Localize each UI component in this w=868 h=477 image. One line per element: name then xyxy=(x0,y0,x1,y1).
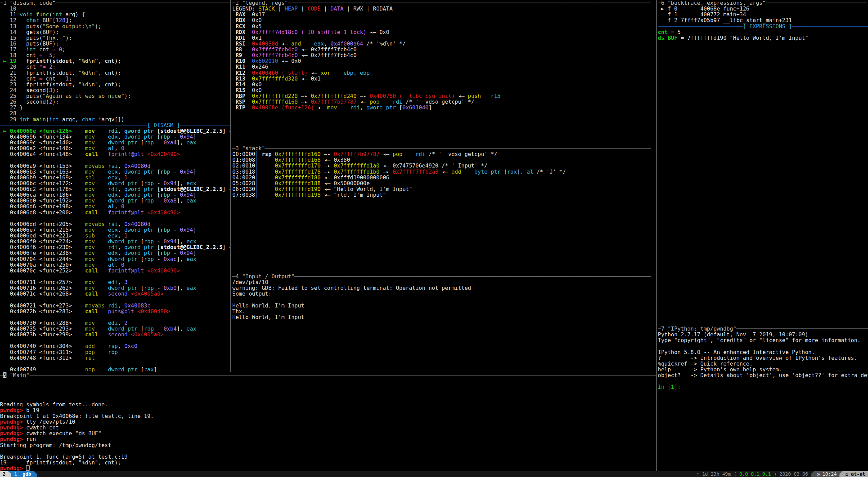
terminal-row: ? -> Introduction and overview of IPytho… xyxy=(658,355,868,361)
terminal-row xyxy=(0,378,656,384)
terminal-row: 0x400747 <func+311> pop rbp xyxy=(0,349,230,355)
terminal-row: ──────────────────────────[ EXPRESSIONS … xyxy=(658,23,868,29)
load-average: 0.0 0.1 0.1 xyxy=(739,471,771,477)
terminal-row xyxy=(0,314,230,320)
terminal-row: 0x40069c <func+140> mov dword ptr [rbp -… xyxy=(0,140,230,145)
terminal-row: ─6 "backtrace, expressions, args"───────… xyxy=(658,0,868,6)
terminal-row: 0x40072b <func+283> call puts@plt <0x400… xyxy=(0,308,230,314)
terminal-row: 0x4006ca <func+186> mov edx, dword ptr [… xyxy=(0,192,230,198)
load-bracket-open: ⟨ xyxy=(734,471,739,477)
tmux-session-name[interactable]: 2 xyxy=(0,471,8,477)
terminal-row: 0x400716 <func+262> mov dword ptr [rbp -… xyxy=(0,285,230,291)
pane-ipython[interactable]: ─7 "IPython: tmp/pwndbg"────────────────… xyxy=(658,326,868,471)
terminal-row: 06:0030│ 0x7fffffffd190 ◂— "Hello World,… xyxy=(232,186,656,192)
terminal-row: 0x4006b3 <func+163> mov ecx, dword ptr [… xyxy=(0,169,230,175)
terminal-row: 03:0018│ 0x7fffffffd178 —▸ 0x7fffffffd1b… xyxy=(232,169,656,175)
terminal-row: f 1 400772 main+34 xyxy=(658,12,868,17)
terminal-row xyxy=(0,448,656,454)
terminal-row: RSI 0x40080d ◂— and eax, 0x4f000a64 /* '… xyxy=(232,41,656,47)
terminal-row: 07:0038│ 0x7fffffffd198 ◂— "rld, I'm Inp… xyxy=(232,192,656,198)
terminal-row: Python 2.7.17 (default, Nov 7 2019, 10:0… xyxy=(658,332,868,337)
terminal-row: ─3 "stack"──────────────────────────────… xyxy=(232,145,656,151)
terminal-row: /dev/pts/10 xyxy=(232,279,656,285)
terminal-row: 0x40070a <func+250> mov al, 0 xyxy=(0,262,230,268)
terminal-row: %quickref -> Quick reference. xyxy=(658,361,868,367)
terminal-row: 0x400696 <func+134> mov edx, dword ptr [… xyxy=(0,134,230,140)
terminal-row: 0x4006fe <func+238> mov edx, dword ptr [… xyxy=(0,250,230,256)
pane-legend-regs[interactable]: ─2 "legend, regs"───────────────────────… xyxy=(232,0,656,145)
pane-disasm-code[interactable]: ─1 "disasm, code"───────────────────────… xyxy=(0,0,230,372)
pane-main-gdb[interactable]: ─5 "Main"───────────────────────────────… xyxy=(0,372,656,471)
powerline-separator-icon xyxy=(8,471,11,477)
terminal-row: 0x4006c2 <func+178> mov rdi, qword ptr [… xyxy=(0,186,230,192)
powerline-separator-icon xyxy=(839,471,843,477)
terminal-row: 21 fprintf(stdout, "%d\n", cnt); xyxy=(0,70,230,76)
terminal-row: 15 puts("Thx. "); xyxy=(0,35,230,41)
terminal-row: 28 xyxy=(0,110,230,116)
pane-divider-right[interactable] xyxy=(656,0,657,471)
pane-stack[interactable]: ─3 "stack"──────────────────────────────… xyxy=(232,145,656,273)
terminal-row: R13 0x7fffffffd320 ◂— 0x1 xyxy=(232,76,656,82)
terminal-row: Thx. xyxy=(232,308,656,314)
terminal-row: R12 0x4004b0 (_start) ◂— xor ebp, ebp xyxy=(232,70,656,76)
tmux-window-gdb[interactable]: 1 › gdb xyxy=(11,471,34,477)
terminal-row: LEGEND: STACK | HEAP | CODE | DATA | RWX… xyxy=(232,6,656,12)
terminal-row: ─5 "Main"───────────────────────────────… xyxy=(0,372,656,378)
terminal-row: ► 0x40068e <func+126> mov rdi, qword ptr… xyxy=(0,128,230,134)
window-name: gdb xyxy=(22,471,31,477)
terminal-row: 17 int cnt = 0; xyxy=(0,47,230,52)
terminal-row: 10 xyxy=(0,6,230,12)
terminal-row xyxy=(0,273,230,279)
terminal-row: 0x4006ed <func+221> sub ecx, 1 xyxy=(0,233,230,238)
terminal-row xyxy=(0,297,230,302)
terminal-row: 0x4006d0 <func+192> mov dword ptr [rbp -… xyxy=(0,198,230,204)
terminal-row: pwndbg> b 19 xyxy=(0,407,656,413)
terminal-row: 14 gets(BUF); xyxy=(0,29,230,35)
terminal-row: 0x400749 nop dword ptr [rax] xyxy=(0,367,230,372)
terminal-row: R8 0x7ffff7fcb4c0 ◂— 0x7ffff7fcb4c0 xyxy=(232,47,656,52)
status-time: 10:24 xyxy=(822,471,837,477)
status-clock: ◷ 10:24 xyxy=(814,471,839,477)
terminal-row: 0x4006e7 <func+215> mov ecx, dword ptr [… xyxy=(0,227,230,233)
terminal-row: 16 puts(BUF); xyxy=(0,41,230,47)
terminal-row: 25 puts("Again as it was so nice"); xyxy=(0,93,230,99)
terminal-row xyxy=(0,157,230,163)
terminal-row: 00:0000│ rsp 0x7fffffffd160 —▸ 0x7ffff7b… xyxy=(232,151,656,157)
terminal-row: 19 fprintf(stdout, "%d\n", cnt); xyxy=(0,460,656,465)
pane-divider-left[interactable] xyxy=(230,0,231,372)
tmux-status-bar: 2 1 › gdb ↑ 1d 23h 49m ⟨ 0.0 0.1 0.1 ⟩ 2… xyxy=(0,471,868,477)
terminal-row: 0x4006f0 <func+224> mov dword ptr [rbp -… xyxy=(0,238,230,244)
terminal-row: 0x400721 <func+273> movabs rdi, 0x40083c xyxy=(0,303,230,308)
terminal-row: Reading symbols from test...done. xyxy=(0,402,656,407)
terminal-row: 23 fprintf(stdout, "%d\n", cnt); xyxy=(0,82,230,87)
terminal-row: 0x40070c <func+252> call fprintf@plt <0x… xyxy=(0,268,230,273)
session-number: 2 xyxy=(3,471,5,477)
terminal-row: 22 cnt = cnt - 1; xyxy=(0,76,230,82)
terminal-row: 29 int main(int argc, char *argv[]) xyxy=(0,117,230,122)
terminal-row xyxy=(0,384,656,390)
terminal-row: R11 0x246 xyxy=(232,64,656,70)
status-right: ↑ 1d 23h 49m ⟨ 0.0 0.1 0.1 ⟩ 2020-03-06 … xyxy=(697,471,868,477)
terminal-row: 0x400730 <func+288> mov edi, 2 xyxy=(0,320,230,326)
terminal-row: ► f 0 40068e func+126 xyxy=(658,6,868,12)
terminal-row: 0x4006d8 <func+200> call fprintf@plt <0x… xyxy=(0,210,230,215)
pane-backtrace-expressions[interactable]: ─6 "backtrace, expressions, args"───────… xyxy=(658,0,868,326)
terminal-row: 13 puts("Some output:\n"); xyxy=(0,23,230,29)
load-bracket-close: ⟩ xyxy=(771,471,777,477)
status-hostname: ⌂ at-at xyxy=(843,471,868,477)
window-index: 1 xyxy=(14,471,17,477)
window-separator-icon: › xyxy=(18,471,21,477)
terminal-row: RDX 0x7ffff7dd18c0 (_IO_stdfile_1_lock) … xyxy=(232,29,656,35)
terminal-row: RAX 0x17 xyxy=(232,12,656,17)
terminal-row: 0x400740 <func+304> add rsp, 0xc0 xyxy=(0,343,230,349)
terminal-row: pwndbg> xyxy=(0,465,656,471)
terminal-row: Hello World, I'm Input xyxy=(232,303,656,308)
terminal-row: RIP 0x40068e (func+126) ◂— mov rdi, qwor… xyxy=(232,105,656,110)
terminal-row xyxy=(658,378,868,384)
terminal-row xyxy=(0,361,230,367)
terminal-row: R9 0x7ffff7fcb4c0 ◂— 0x7ffff7fcb4c0 xyxy=(232,52,656,58)
pane-input-output[interactable]: ─4 "Input / Output"─────────────────────… xyxy=(232,273,656,372)
uptime-icon: ↑ xyxy=(697,471,699,477)
terminal-row: 0x4006d6 <func+198> mov al, 0 xyxy=(0,204,230,209)
terminal-row xyxy=(232,297,656,303)
